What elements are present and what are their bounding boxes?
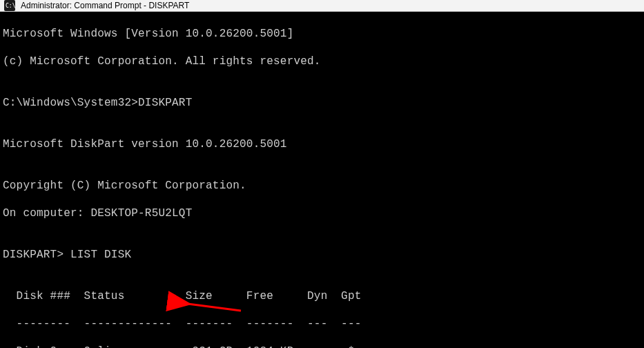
terminal-line: C:\Windows\System32>DISKPART: [3, 96, 641, 110]
cmd-icon: C:\: [4, 0, 15, 11]
terminal-output[interactable]: Microsoft Windows [Version 10.0.26200.50…: [0, 12, 644, 348]
terminal-line: Microsoft Windows [Version 10.0.26200.50…: [3, 27, 641, 41]
terminal-line: Disk ### Status Size Free Dyn Gpt: [3, 289, 641, 303]
window-title: Administrator: Command Prompt - DISKPART: [21, 1, 189, 10]
terminal-line: -------- ------------- ------- ------- -…: [3, 317, 641, 331]
titlebar[interactable]: C:\ Administrator: Command Prompt - DISK…: [0, 0, 644, 12]
terminal-line: On computer: DESKTOP-R5U2LQT: [3, 206, 641, 220]
svg-text:C:\: C:\: [6, 3, 15, 9]
terminal-line: (c) Microsoft Corporation. All rights re…: [3, 55, 641, 68]
svg-line-3: [188, 304, 241, 311]
command-prompt-window: C:\ Administrator: Command Prompt - DISK…: [0, 0, 644, 348]
terminal-line: Microsoft DiskPart version 10.0.26200.50…: [3, 137, 641, 151]
terminal-line: Disk 0 Online 931 GB 1024 KB *: [3, 345, 641, 348]
terminal-line: DISKPART> LIST DISK: [3, 248, 641, 262]
terminal-line: Copyright (C) Microsoft Corporation.: [3, 179, 641, 193]
